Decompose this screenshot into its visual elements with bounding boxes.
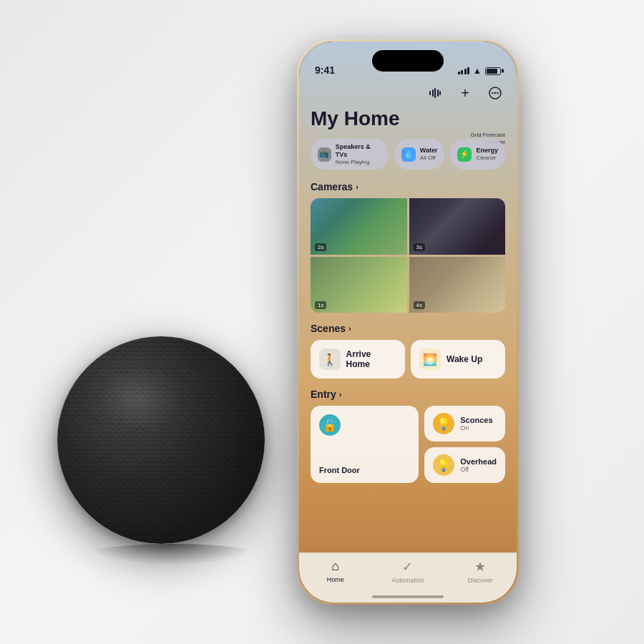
cameras-grid: 2s 3s 1s 4s bbox=[311, 198, 505, 313]
pill-energy[interactable]: ⚡ Energy Cleaner bbox=[450, 139, 505, 170]
dynamic-island bbox=[372, 50, 444, 72]
home-title: My Home bbox=[311, 107, 505, 130]
sconces-text: Sconces On bbox=[460, 416, 492, 431]
overhead-icon: 💡 bbox=[433, 454, 454, 476]
sconces-icon: 💡 bbox=[433, 413, 454, 434]
cameras-chevron-icon: › bbox=[356, 182, 358, 191]
tab-automation-icon: ✓ bbox=[402, 559, 413, 575]
iphone: 9:41 ▲ bbox=[297, 39, 519, 605]
scene-arrive-home[interactable]: 🚶 Arrive Home bbox=[311, 340, 405, 379]
iphone-inner: 9:41 ▲ bbox=[299, 42, 517, 602]
water-icon: 💧 bbox=[401, 147, 416, 162]
content-area: + bbox=[299, 80, 517, 602]
scenes-section-header[interactable]: Scenes › bbox=[311, 323, 505, 334]
front-door-label: Front Door bbox=[319, 466, 410, 474]
camera-2-timestamp: 3s bbox=[414, 243, 425, 251]
more-icon bbox=[489, 87, 502, 99]
tab-discover-icon: ★ bbox=[474, 559, 486, 575]
entry-card-stack: 💡 Sconces On 💡 Overhead bbox=[424, 406, 505, 483]
homepod-shadow bbox=[86, 544, 258, 565]
more-button[interactable] bbox=[485, 83, 505, 103]
add-button[interactable]: + bbox=[455, 83, 475, 103]
homepod-body bbox=[57, 336, 265, 544]
status-icons: ▲ bbox=[458, 66, 501, 76]
entry-card-front-door[interactable]: 🔓 Front Door bbox=[311, 406, 419, 483]
svg-point-2 bbox=[494, 92, 496, 94]
tab-automation-label: Automation bbox=[391, 577, 424, 584]
wake-up-label: Wake Up bbox=[447, 354, 482, 364]
home-indicator bbox=[372, 595, 444, 598]
signal-bar-2 bbox=[461, 70, 463, 74]
status-time: 9:41 bbox=[315, 64, 335, 76]
homepod-mesh bbox=[57, 336, 265, 544]
homepod bbox=[57, 336, 286, 558]
signal-bar-4 bbox=[467, 67, 469, 74]
svg-point-1 bbox=[492, 92, 493, 94]
entry-row: 🔓 Front Door 💡 Sconces On bbox=[311, 406, 505, 483]
tab-home-label: Home bbox=[327, 576, 344, 583]
wake-up-icon: 🌅 bbox=[419, 348, 441, 370]
signal-bar-3 bbox=[464, 69, 467, 74]
tab-home-icon: ⌂ bbox=[331, 559, 339, 574]
battery-fill bbox=[487, 69, 497, 74]
overhead-text: Overhead Off bbox=[460, 457, 497, 473]
signal-bar-1 bbox=[458, 72, 460, 74]
pill-water-text: Water All Off bbox=[420, 147, 438, 161]
cameras-section-header[interactable]: Cameras › bbox=[311, 181, 505, 192]
battery-icon bbox=[485, 67, 501, 75]
tab-automation[interactable]: ✓ Automation bbox=[371, 559, 444, 584]
pill-water[interactable]: 💧 Water All Off bbox=[394, 139, 445, 170]
scenes-row: 🚶 Arrive Home 🌅 Wake Up bbox=[311, 340, 505, 379]
entry-section-header[interactable]: Entry › bbox=[311, 389, 505, 400]
scenes-chevron-icon: › bbox=[348, 324, 351, 333]
camera-1-timestamp: 2s bbox=[315, 243, 326, 251]
front-door-icon: 🔓 bbox=[319, 414, 341, 436]
entry-card-sconces[interactable]: 💡 Sconces On bbox=[424, 406, 505, 441]
signal-bars-icon bbox=[458, 67, 470, 74]
entry-card-overhead[interactable]: 💡 Overhead Off bbox=[424, 447, 505, 483]
top-controls: + bbox=[311, 80, 505, 103]
wifi-icon: ▲ bbox=[473, 66, 482, 76]
tab-bar: ⌂ Home ✓ Automation ★ Discover bbox=[299, 552, 517, 602]
camera-4-timestamp: 4s bbox=[414, 301, 425, 309]
pill-speakers-text: Speakers & TVs None Playing bbox=[336, 143, 381, 165]
pill-speakers[interactable]: 📺 Speakers & TVs None Playing bbox=[311, 139, 389, 170]
tab-discover-label: Discover bbox=[468, 577, 493, 584]
svg-point-3 bbox=[497, 92, 498, 94]
camera-feed-4[interactable]: 4s bbox=[409, 257, 506, 313]
camera-3-timestamp: 1s bbox=[315, 301, 326, 309]
entry-chevron-icon: › bbox=[339, 390, 342, 399]
scene-wake-up[interactable]: 🌅 Wake Up bbox=[411, 340, 505, 379]
waveform-visual bbox=[429, 88, 441, 98]
energy-icon: ⚡ bbox=[457, 147, 472, 162]
homepod-highlight bbox=[99, 368, 182, 430]
tab-home[interactable]: ⌂ Home bbox=[299, 559, 371, 583]
quick-pills: 📺 Speakers & TVs None Playing 💧 Water bbox=[311, 139, 505, 170]
tab-discover[interactable]: ★ Discover bbox=[444, 559, 517, 584]
arrive-home-label: Arrive Home bbox=[346, 349, 396, 369]
pill-energy-text: Energy Cleaner bbox=[476, 147, 498, 161]
iphone-frame: 9:41 ▲ bbox=[297, 39, 519, 605]
camera-feed-2[interactable]: 3s bbox=[409, 198, 506, 255]
scene: 9:41 ▲ bbox=[0, 0, 644, 644]
arrive-home-icon: 🚶 bbox=[319, 348, 341, 370]
iphone-screen: 9:41 ▲ bbox=[299, 42, 517, 602]
waveform-icon[interactable] bbox=[425, 83, 445, 103]
speaker-icon: 📺 bbox=[318, 147, 331, 162]
camera-feed-1[interactable]: 2s bbox=[311, 198, 407, 255]
camera-feed-3[interactable]: 1s bbox=[311, 257, 407, 313]
